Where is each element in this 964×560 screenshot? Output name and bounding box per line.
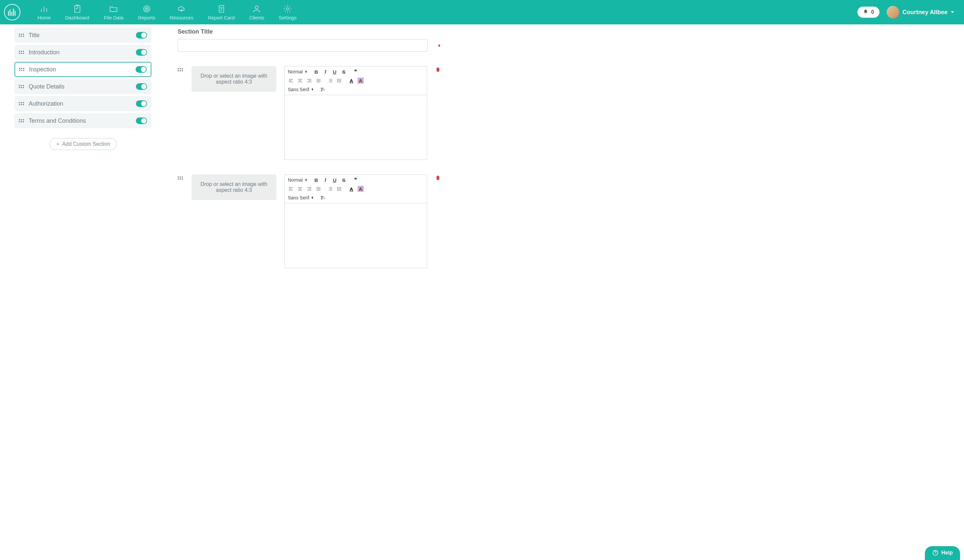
top-nav: Home Dashboard File Data Reports Resourc… [0,0,964,24]
underline-button[interactable]: U [332,177,337,183]
align-justify-button[interactable] [316,186,321,192]
rte-toolbar: Normal▲▼ B I U S ❞ A A Sans Serif▲▼ Tx [285,175,427,203]
align-center-button[interactable] [297,78,303,83]
ordered-list-button[interactable] [327,186,333,192]
trash-icon [435,66,441,73]
nav-reports[interactable]: Reports [130,4,163,20]
nav-settings[interactable]: Settings [272,4,304,20]
rte-body[interactable] [285,95,427,160]
underline-button[interactable]: U [332,69,337,75]
bold-button[interactable]: B [313,177,319,183]
section-row-title[interactable]: Title [15,28,151,43]
delete-block-button[interactable] [435,174,441,181]
section-label: Terms and Conditions [29,117,136,124]
quote-button[interactable]: ❞ [353,177,358,183]
cloud-icon [177,4,186,13]
plus-icon [55,142,60,147]
section-row-authorization[interactable]: Authorization [15,96,151,111]
align-justify-button[interactable] [316,78,321,83]
section-label: Title [29,32,136,39]
text-color-button[interactable]: A [348,78,354,83]
drag-handle-icon[interactable] [19,119,25,122]
rte-body[interactable] [285,203,427,268]
align-center-button[interactable] [297,186,303,192]
drag-handle-icon[interactable] [19,50,25,54]
rich-text-editor[interactable]: Normal▲▼ B I U S ❞ A A Sans Serif▲▼ Tx [284,66,427,160]
quote-button[interactable]: ❞ [353,69,358,75]
delete-section-button[interactable] [438,42,441,49]
bold-button[interactable]: B [313,69,319,75]
image-dropzone[interactable]: Drop or select an image with aspect rati… [192,66,276,92]
svg-point-3 [147,8,147,9]
image-dropzone[interactable]: Drop or select an image with aspect rati… [192,174,276,200]
nav-resources[interactable]: Resources [163,4,201,20]
clear-format-button[interactable]: Tx [320,86,326,93]
align-right-button[interactable] [306,78,312,83]
svg-point-2 [145,7,148,10]
highlight-button[interactable]: A [358,78,363,83]
section-row-inspection[interactable]: Inspection [15,62,151,77]
align-right-button[interactable] [306,186,312,192]
align-left-button[interactable] [288,78,294,83]
drag-handle-icon[interactable] [19,85,25,88]
drag-handle-icon[interactable] [177,174,184,180]
nav-filedata[interactable]: File Data [96,4,130,20]
svg-point-1 [143,6,150,12]
section-row-introduction[interactable]: Introduction [15,45,151,60]
nav-dashboard[interactable]: Dashboard [58,4,96,20]
notification-count: 0 [871,9,874,15]
section-label: Introduction [29,49,136,56]
nav-clients[interactable]: Clients [242,4,272,20]
nav-reportcard[interactable]: Report Card [201,4,242,20]
section-toggle[interactable] [136,49,147,55]
add-custom-section-button[interactable]: Add Custom Section [49,138,116,150]
section-toggle[interactable] [136,100,147,107]
svg-point-7 [337,79,338,79]
svg-point-12 [337,190,338,190]
section-row-terms-and-conditions[interactable]: Terms and Conditions [15,113,151,128]
content-block: Drop or select an image with aspect rati… [177,66,441,160]
italic-button[interactable]: I [322,177,328,183]
notifications-button[interactable]: 0 [857,7,879,18]
svg-point-5 [255,6,258,8]
sections-sidebar: TitleIntroductionInspectionQuote Details… [0,24,155,281]
ordered-list-button[interactable] [327,78,333,83]
rte-toolbar: Normal▲▼ B I U S ❞ A A Sans Serif▲▼ Tx [285,67,427,95]
delete-block-button[interactable] [435,66,441,73]
section-toggle[interactable] [136,32,147,39]
svg-point-11 [337,189,338,189]
drag-handle-icon[interactable] [19,68,25,71]
user-icon [252,4,261,13]
nav-label: Dashboard [65,15,89,20]
section-title-input[interactable] [177,39,428,52]
strike-button[interactable]: S [341,69,347,75]
italic-button[interactable]: I [322,69,328,75]
section-toggle[interactable] [136,83,147,90]
rich-text-editor[interactable]: Normal▲▼ B I U S ❞ A A Sans Serif▲▼ Tx [284,174,427,268]
main: TitleIntroductionInspectionQuote Details… [0,24,964,281]
drag-handle-icon[interactable] [177,66,184,72]
text-color-button[interactable]: A [348,186,354,192]
user-menu[interactable]: Courtney Allbee [887,6,960,18]
heading-select[interactable]: Normal▲▼ [288,68,307,75]
nav-label: Reports [138,15,155,20]
nav-label: Clients [249,15,264,20]
font-select[interactable]: Sans Serif▲▼ [288,194,314,201]
section-toggle[interactable] [136,117,147,124]
clear-format-button[interactable]: Tx [320,195,326,201]
heading-select[interactable]: Normal▲▼ [288,177,307,183]
section-toggle[interactable] [135,66,147,73]
nav-right: 0 Courtney Allbee [857,6,960,18]
drag-handle-icon[interactable] [19,34,25,37]
logo[interactable] [4,4,20,20]
nav-home[interactable]: Home [30,4,58,20]
nav-label: Resources [170,15,194,20]
section-row-quote-details[interactable]: Quote Details [15,79,151,94]
align-left-button[interactable] [288,186,294,192]
drag-handle-icon[interactable] [19,102,25,105]
highlight-button[interactable]: A [358,186,363,192]
bullet-list-button[interactable] [337,186,342,192]
strike-button[interactable]: S [341,177,347,183]
font-select[interactable]: Sans Serif▲▼ [288,86,314,93]
bullet-list-button[interactable] [337,78,342,83]
